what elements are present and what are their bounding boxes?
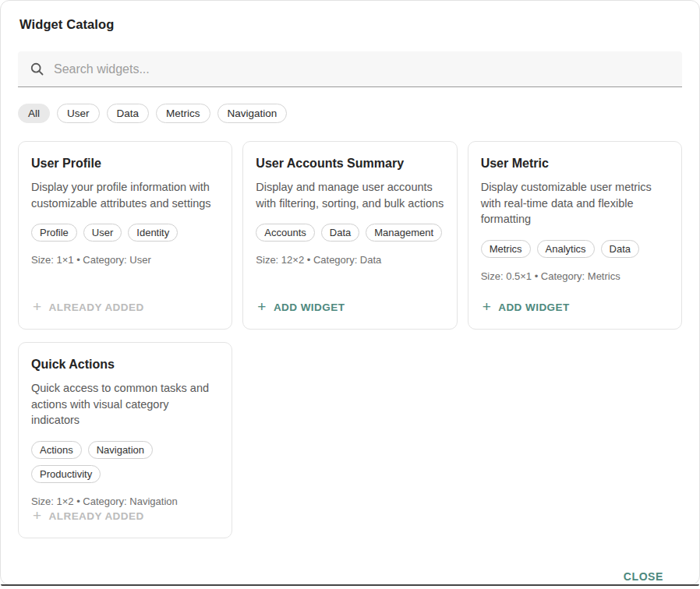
already-added-button: + ALREADY ADDED: [31, 298, 146, 316]
widget-card-user-metric: User Metric Display customizable user me…: [468, 141, 682, 330]
widget-meta: Size: 1×2 • Category: Navigation: [31, 496, 219, 507]
modal-body: All User Data Metrics Navigation User Pr…: [1, 51, 699, 585]
tag-chip: Productivity: [31, 465, 101, 483]
widget-meta: Size: 12×2 • Category: Data: [256, 254, 444, 266]
tag-chip: User: [83, 224, 122, 242]
modal-footer: CLOSE: [18, 538, 682, 585]
tag-chip: Metrics: [481, 240, 531, 258]
widget-catalog-modal: Widget Catalog All User Data Metrics Nav…: [0, 0, 700, 585]
widget-title: Quick Actions: [31, 358, 219, 372]
card-footer: + ADD WIDGET: [481, 298, 669, 316]
widget-title: User Metric: [481, 157, 669, 171]
widget-title: User Accounts Summary: [256, 157, 444, 171]
widget-meta: Size: 1×1 • Category: User: [31, 254, 219, 266]
widget-card-quick-actions: Quick Actions Quick access to common tas…: [18, 342, 232, 538]
tag-chip: Profile: [31, 224, 77, 242]
footer-button-label: ALREADY ADDED: [49, 510, 144, 522]
widget-title: User Profile: [31, 157, 219, 171]
tag-chip: Identity: [128, 224, 178, 242]
card-footer: + ADD WIDGET: [256, 298, 444, 316]
widget-description: Display customizable user metrics with r…: [481, 179, 669, 227]
tag-chip: Accounts: [256, 224, 314, 242]
tag-chip: Navigation: [88, 441, 153, 459]
add-widget-button[interactable]: + ADD WIDGET: [256, 298, 346, 316]
filter-chip-data[interactable]: Data: [107, 104, 150, 123]
modal-bottom-shadow: [1, 584, 699, 586]
widget-description: Quick access to common tasks and actions…: [31, 380, 219, 429]
tag-row: Metrics Analytics Data: [481, 240, 669, 258]
plus-icon: +: [257, 299, 267, 314]
tag-chip: Data: [321, 224, 359, 242]
tag-row: Actions Navigation Productivity: [31, 441, 219, 483]
footer-button-label: ALREADY ADDED: [49, 302, 144, 313]
search-icon: [29, 61, 45, 77]
filter-chip-all[interactable]: All: [18, 104, 50, 123]
plus-icon: +: [33, 508, 42, 523]
plus-icon: +: [33, 299, 42, 314]
tag-row: Profile User Identity: [31, 224, 219, 242]
widget-card-user-accounts-summary: User Accounts Summary Display and manage…: [242, 141, 457, 330]
card-footer: + ALREADY ADDED: [31, 507, 219, 525]
tag-chip: Analytics: [537, 240, 595, 258]
plus-icon: +: [483, 299, 492, 314]
widget-cards-grid: User Profile Display your profile inform…: [18, 141, 682, 538]
search-bar: [18, 51, 682, 87]
card-footer: + ALREADY ADDED: [31, 298, 219, 316]
footer-button-label: ADD WIDGET: [498, 302, 570, 313]
already-added-button: + ALREADY ADDED: [31, 507, 146, 525]
search-input[interactable]: [54, 51, 671, 86]
filter-row: All User Data Metrics Navigation: [18, 104, 682, 123]
tag-row: Accounts Data Management: [256, 224, 444, 242]
filter-chip-navigation[interactable]: Navigation: [217, 104, 288, 123]
widget-meta: Size: 0.5×1 • Category: Metrics: [481, 270, 669, 282]
widget-card-user-profile: User Profile Display your profile inform…: [18, 141, 232, 330]
filter-chip-metrics[interactable]: Metrics: [156, 104, 210, 123]
filter-chip-user[interactable]: User: [57, 104, 100, 123]
widget-description: Display your profile information with cu…: [31, 179, 219, 211]
tag-chip: Data: [601, 240, 639, 258]
tag-chip: Management: [366, 224, 442, 242]
tag-chip: Actions: [31, 441, 82, 459]
footer-button-label: ADD WIDGET: [274, 302, 345, 313]
close-button[interactable]: CLOSE: [617, 567, 670, 585]
page-title: Widget Catalog: [1, 1, 699, 32]
widget-description: Display and manage user accounts with fi…: [256, 179, 444, 211]
add-widget-button[interactable]: + ADD WIDGET: [481, 298, 571, 316]
